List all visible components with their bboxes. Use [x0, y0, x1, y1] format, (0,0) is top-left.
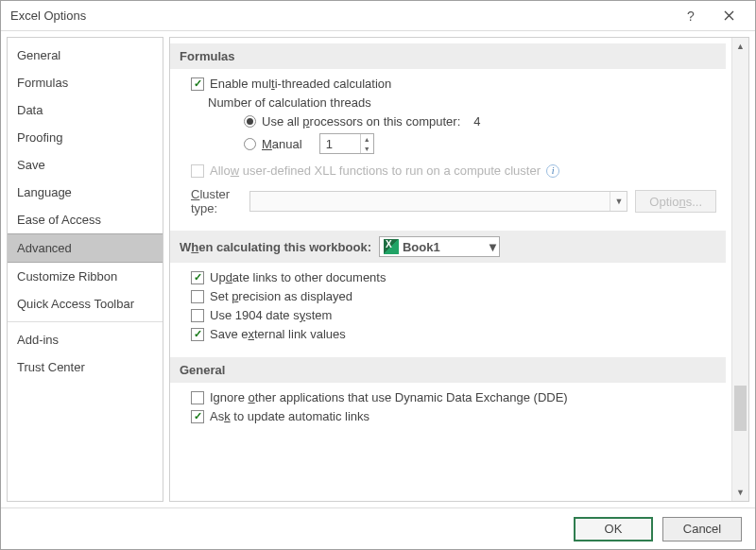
cancel-button[interactable]: Cancel: [662, 517, 742, 541]
sidebar-item-quick-access[interactable]: Quick Access Toolbar: [8, 290, 163, 318]
manual-threads-input[interactable]: [320, 134, 360, 153]
window-title: Excel Options: [10, 9, 672, 23]
cluster-options-button: Options...: [635, 190, 716, 213]
manual-threads-radio[interactable]: [244, 138, 256, 150]
close-button[interactable]: [710, 2, 747, 30]
ok-button[interactable]: OK: [574, 517, 653, 541]
manual-threads-spinner[interactable]: ▲ ▼: [319, 133, 374, 154]
use-all-processors-radio[interactable]: [244, 115, 256, 128]
section-workbook-heading: When calculating this workbook: Book1 ▼: [170, 231, 726, 263]
sidebar-item-general[interactable]: General: [8, 42, 163, 69]
ask-update-links-label: Ask to update automatic links: [210, 409, 369, 423]
settings-panel: Formulas Enable multi-threaded calculati…: [170, 38, 731, 501]
spinner-down-icon[interactable]: ▼: [361, 144, 373, 153]
sidebar-separator: [8, 321, 163, 322]
title-bar: Excel Options ?: [1, 1, 755, 31]
category-sidebar: General Formulas Data Proofing Save Lang…: [7, 37, 163, 502]
info-icon[interactable]: i: [546, 164, 559, 178]
scroll-up-icon[interactable]: ▲: [732, 38, 748, 55]
chevron-down-icon: ▼: [610, 192, 627, 211]
workbook-selector[interactable]: Book1 ▼: [379, 236, 500, 257]
excel-icon: [384, 239, 399, 254]
section-general-label: General: [180, 363, 225, 377]
section-formulas-label: Formulas: [180, 49, 235, 63]
allow-xll-checkbox: [191, 164, 204, 178]
update-links-checkbox[interactable]: [191, 271, 204, 284]
use-1904-label: Use 1904 date system: [210, 308, 332, 322]
sidebar-item-customize-ribbon[interactable]: Customize Ribbon: [8, 263, 163, 290]
spinner-up-icon[interactable]: ▲: [361, 134, 373, 144]
cluster-type-label: Cluster type:: [191, 187, 242, 215]
sidebar-item-formulas[interactable]: Formulas: [8, 69, 163, 96]
ignore-dde-checkbox[interactable]: [191, 391, 204, 404]
ask-update-links-checkbox[interactable]: [191, 410, 204, 423]
section-general-heading: General: [170, 357, 726, 383]
processor-count: 4: [473, 114, 480, 129]
sidebar-item-data[interactable]: Data: [8, 96, 163, 124]
chevron-down-icon[interactable]: ▼: [487, 240, 499, 254]
sidebar-item-ease-of-access[interactable]: Ease of Access: [8, 206, 163, 233]
sidebar-item-advanced[interactable]: Advanced: [8, 233, 163, 263]
ignore-dde-label: Ignore other applications that use Dynam…: [210, 390, 568, 404]
use-all-processors-label: Use all processors on this computer:: [262, 114, 460, 129]
save-external-label: Save external link values: [210, 327, 346, 341]
use-1904-checkbox[interactable]: [191, 309, 204, 322]
update-links-label: Update links to other documents: [210, 270, 386, 284]
scroll-track[interactable]: [732, 55, 748, 484]
section-formulas-heading: Formulas: [170, 43, 726, 69]
set-precision-label: Set precision as displayed: [210, 289, 352, 303]
save-external-checkbox[interactable]: [191, 328, 204, 341]
sidebar-item-proofing[interactable]: Proofing: [8, 124, 163, 151]
sidebar-item-save[interactable]: Save: [8, 151, 163, 179]
enable-multithreaded-checkbox[interactable]: [191, 77, 204, 91]
set-precision-checkbox[interactable]: [191, 290, 204, 303]
vertical-scrollbar[interactable]: ▲ ▼: [731, 38, 748, 501]
cluster-type-combo: ▼: [249, 191, 627, 212]
workbook-name: Book1: [403, 240, 487, 254]
sidebar-item-language[interactable]: Language: [8, 179, 163, 206]
manual-threads-label: Manual: [262, 137, 302, 151]
close-icon: [724, 10, 734, 21]
threads-label: Number of calculation threads: [208, 95, 371, 110]
scroll-down-icon[interactable]: ▼: [732, 484, 748, 501]
help-button[interactable]: ?: [672, 2, 710, 30]
section-workbook-label: When calculating this workbook:: [180, 240, 371, 254]
scroll-thumb[interactable]: [734, 386, 747, 431]
sidebar-item-addins[interactable]: Add-ins: [8, 326, 163, 353]
sidebar-item-trust-center[interactable]: Trust Center: [8, 353, 163, 381]
dialog-button-bar: OK Cancel: [1, 507, 755, 549]
enable-multithreaded-label: Enable multi-threaded calculation: [210, 77, 391, 91]
allow-xll-label: Allow user-defined XLL functions to run …: [210, 163, 541, 178]
